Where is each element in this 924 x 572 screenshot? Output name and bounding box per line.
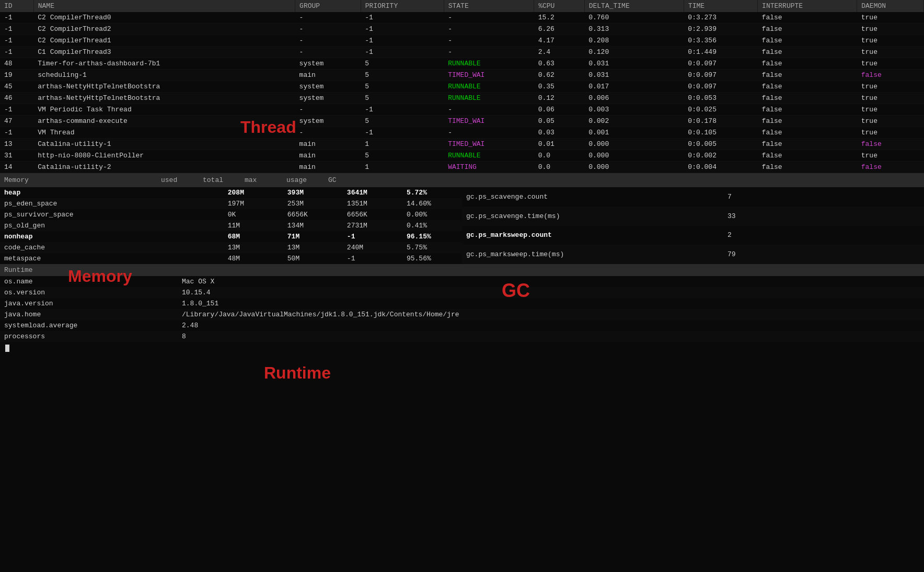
table-row: heap 208M 393M 3641M 5.72% xyxy=(0,187,462,198)
table-row: 46 arthas-NettyHttpTelnetBootstra system… xyxy=(0,93,924,104)
col-interrupted: INTERRUPTE xyxy=(758,0,857,12)
cell-memory-name: nonheap xyxy=(0,231,224,242)
memory-col-header-max: max xyxy=(240,175,282,185)
table-row: java.version 1.8.0_151 xyxy=(0,298,924,309)
cell-group: main xyxy=(295,70,361,81)
gc-col-header: GC xyxy=(324,175,924,185)
cell-gc-value: 7 xyxy=(723,187,924,207)
cell-interrupted: false xyxy=(758,139,857,150)
cell-group: system xyxy=(295,93,361,104)
cell-state: WAITING xyxy=(444,162,534,173)
memory-col-header-total: total xyxy=(199,175,240,185)
table-row: gc.ps_scavenge.time(ms) 33 xyxy=(462,207,924,226)
cell-daemon: true xyxy=(857,104,924,116)
cell-delta-time: 0.017 xyxy=(584,81,684,93)
cell-memory-name: code_cache xyxy=(0,242,224,253)
cell-time: 0:0.178 xyxy=(684,116,757,127)
gc-annotation-label: GC xyxy=(502,280,530,302)
cell-cpu: 0.03 xyxy=(534,127,584,139)
cell-priority: -1 xyxy=(361,127,444,139)
cell-group: system xyxy=(295,58,361,70)
table-row: java.home /Library/Java/JavaVirtualMachi… xyxy=(0,309,924,320)
cell-group: - xyxy=(295,24,361,35)
cell-daemon: true xyxy=(857,93,924,104)
cell-state: RUNNABLE xyxy=(444,81,534,93)
cell-memory-usage: 5.75% xyxy=(402,242,462,253)
runtime-header: Runtime xyxy=(0,264,924,276)
cell-interrupted: false xyxy=(758,24,857,35)
cell-time: 0:2.939 xyxy=(684,24,757,35)
cell-group: - xyxy=(295,127,361,139)
cell-memory-max: 1351M xyxy=(343,198,402,209)
memory-annotation-label: Memory xyxy=(68,267,132,286)
cell-daemon: true xyxy=(857,116,924,127)
cell-memory-total: 134M xyxy=(283,220,343,231)
cell-daemon: true xyxy=(857,58,924,70)
cell-delta-time: 0.000 xyxy=(584,139,684,150)
table-row: 19 scheduling-1 main 5 TIMED_WAI 0.62 0.… xyxy=(0,70,924,81)
cell-delta-time: 0.003 xyxy=(584,104,684,116)
dashboard: ID NAME GROUP PRIORITY STATE %CPU DELTA_… xyxy=(0,0,924,354)
cell-memory-max: -1 xyxy=(343,231,402,242)
table-row: 45 arthas-NettyHttpTelnetBootstra system… xyxy=(0,81,924,93)
cell-cpu: 0.0 xyxy=(534,162,584,173)
cell-runtime-value: /Library/Java/JavaVirtualMachines/jdk1.8… xyxy=(178,309,924,320)
cell-memory-max: 2731M xyxy=(343,220,402,231)
cell-id: 47 xyxy=(0,116,33,127)
table-row: -1 VM Thread - -1 - 0.03 0.001 0:0.105 f… xyxy=(0,127,924,139)
cell-memory-total: 13M xyxy=(283,242,343,253)
cell-id: 19 xyxy=(0,70,33,81)
cell-state: - xyxy=(444,24,534,35)
cell-state: - xyxy=(444,12,534,24)
memory-col-header-name: Memory xyxy=(0,175,157,185)
cell-runtime-key: java.home xyxy=(0,309,178,320)
cell-cpu: 0.0 xyxy=(534,150,584,162)
memory-col-header-used: used xyxy=(157,175,199,185)
cell-daemon: true xyxy=(857,24,924,35)
table-row: 14 Catalina-utility-2 main 1 WAITING 0.0… xyxy=(0,162,924,173)
runtime-annotation-label: Runtime xyxy=(264,363,331,383)
cell-memory-total: 393M xyxy=(283,187,343,198)
cell-delta-time: 0.313 xyxy=(584,24,684,35)
cell-memory-name: ps_eden_space xyxy=(0,198,224,209)
cell-name: Catalina-utility-2 xyxy=(33,162,295,173)
cell-time: 0:0.105 xyxy=(684,127,757,139)
cell-delta-time: 0.031 xyxy=(584,58,684,70)
cell-interrupted: false xyxy=(758,12,857,24)
cell-interrupted: false xyxy=(758,93,857,104)
table-row: os.version 10.15.4 xyxy=(0,287,924,298)
cell-interrupted: false xyxy=(758,162,857,173)
cell-daemon: false xyxy=(857,139,924,150)
cell-name: arthas-NettyHttpTelnetBootstra xyxy=(33,81,295,93)
cell-runtime-value: 10.15.4 xyxy=(178,287,924,298)
cell-id: -1 xyxy=(0,104,33,116)
cell-state: TIMED_WAI xyxy=(444,139,534,150)
cell-interrupted: false xyxy=(758,47,857,58)
cell-daemon: true xyxy=(857,127,924,139)
thread-annotation-label: Thread xyxy=(240,118,296,137)
cell-interrupted: false xyxy=(758,81,857,93)
table-row: gc.ps_marksweep.time(ms) 79 xyxy=(462,245,924,264)
cell-time: 0:0.025 xyxy=(684,104,757,116)
cell-memory-max: -1 xyxy=(343,253,402,264)
col-delta-time: DELTA_TIME xyxy=(584,0,684,12)
cell-delta-time: 0.000 xyxy=(584,162,684,173)
cell-group: - xyxy=(295,35,361,47)
cell-memory-name: heap xyxy=(0,187,224,198)
cell-daemon: true xyxy=(857,35,924,47)
cell-daemon: true xyxy=(857,81,924,93)
cell-memory-used: 208M xyxy=(224,187,283,198)
cell-state: - xyxy=(444,104,534,116)
cell-runtime-value: 1.8.0_151 xyxy=(178,298,924,309)
table-row: ps_survivor_space 0K 6656K 6656K 0.00% xyxy=(0,209,462,220)
table-row: code_cache 13M 13M 240M 5.75% xyxy=(0,242,462,253)
cell-gc-value: 33 xyxy=(723,207,924,226)
cell-id: 31 xyxy=(0,150,33,162)
cell-interrupted: false xyxy=(758,70,857,81)
cell-time: 0:0.097 xyxy=(684,70,757,81)
cell-cpu: 0.05 xyxy=(534,116,584,127)
cell-priority: 5 xyxy=(361,93,444,104)
cell-name: arthas-NettyHttpTelnetBootstra xyxy=(33,93,295,104)
cell-priority: 5 xyxy=(361,70,444,81)
cell-memory-max: 3641M xyxy=(343,187,402,198)
